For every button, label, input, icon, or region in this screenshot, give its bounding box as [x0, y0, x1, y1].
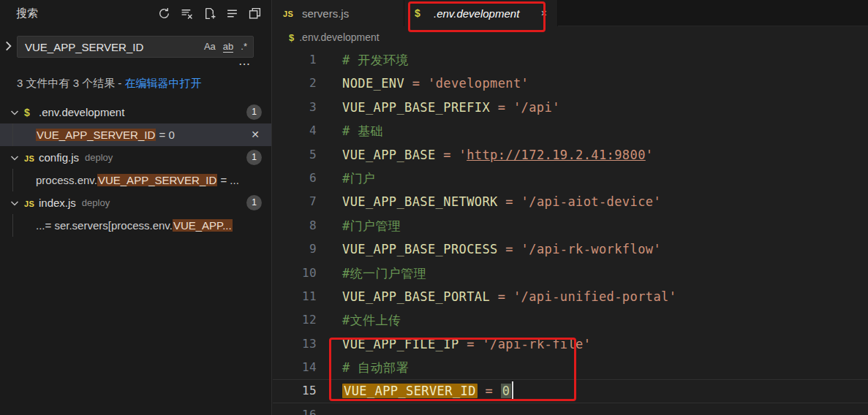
code-line-2[interactable]: 2NODE_ENV = 'development' — [273, 72, 868, 95]
code-line-1[interactable]: 1# 开发环境 — [273, 48, 868, 72]
code-token: VUE_APP_BASE_NETWORK — [342, 194, 498, 209]
search-query-text[interactable]: VUE_APP_SERVER_ID — [25, 41, 204, 53]
file-row-env-development[interactable]: $ .env.development 1 — [0, 101, 271, 123]
result-count-badge: 1 — [246, 195, 262, 210]
chevron-down-icon[interactable] — [9, 197, 20, 209]
code-token: # 基础 — [342, 123, 383, 138]
toggle-replace-chevron-icon[interactable] — [1, 39, 15, 53]
line-number: 9 — [273, 237, 317, 261]
code-line-16[interactable]: 16 — [273, 403, 868, 415]
regex-toggle[interactable]: .* — [241, 42, 247, 52]
code-line-13[interactable]: 13VUE_APP_FILE_IP = '/api-rk-file' — [273, 332, 868, 356]
code-token: '/api-aiot-device' — [521, 194, 661, 209]
js-file-icon: JS — [283, 7, 298, 20]
code-token: 'development' — [428, 76, 529, 91]
file-name: .env.development — [39, 106, 124, 118]
dismiss-result-icon[interactable]: ✕ — [251, 129, 260, 140]
js-file-icon: JS — [24, 197, 39, 209]
url-link[interactable]: http://172.19.2.41:9800 — [467, 148, 646, 162]
file-path: deploy — [85, 152, 113, 163]
code-token: '/api' — [513, 100, 560, 115]
refresh-icon[interactable] — [157, 7, 170, 20]
search-details-row: ⋯ — [0, 58, 271, 71]
code-line-7[interactable]: 7VUE_APP_BASE_NETWORK = '/api-aiot-devic… — [273, 190, 868, 213]
code-token: ' — [646, 148, 654, 162]
line-content: VUE_APP_FILE_IP = '/api-rk-file' — [342, 332, 591, 356]
tab-env-development[interactable]: $ .env.development × — [404, 0, 558, 26]
code-token: = — [459, 337, 483, 351]
line-content: VUE_APP_BASE_PROCESS = '/api-rk-workflow… — [342, 237, 661, 261]
expand-all-icon[interactable] — [225, 7, 238, 20]
code-token: = — [436, 148, 459, 162]
clear-search-results-icon[interactable] — [180, 7, 193, 20]
line-content: VUE_APP_BASE_PORTAL = '/api-unified-port… — [342, 285, 676, 308]
code-token: #门户管理 — [342, 218, 401, 233]
file-row-index-js[interactable]: JS index.js deploy 1 — [0, 191, 271, 214]
search-result-row[interactable]: VUE_APP_SERVER_ID = 0 ✕ — [0, 123, 271, 146]
code-line-10[interactable]: 10#统一门户管理 — [273, 262, 868, 285]
new-search-editor-icon[interactable] — [203, 7, 216, 20]
code-line-5[interactable]: 5VUE_APP_BASE = 'http://172.19.2.41:9800… — [273, 143, 868, 167]
file-name: config.js — [39, 151, 79, 164]
line-content: NODE_ENV = 'development' — [342, 72, 529, 95]
code-token: VUE_APP_BASE — [342, 148, 436, 162]
close-tab-icon[interactable]: × — [531, 7, 547, 19]
breadcrumb-file[interactable]: .env.development — [299, 31, 379, 43]
breadcrumb: $ .env.development — [273, 26, 868, 48]
match-highlight: VUE_APP... — [173, 219, 233, 232]
line-content: #门户管理 — [342, 214, 401, 237]
search-panel-header: 搜索 — [0, 0, 271, 26]
search-input[interactable]: VUE_APP_SERVER_ID Aa ab .* — [17, 36, 254, 58]
js-file-icon: JS — [24, 151, 39, 164]
line-content: # 开发环境 — [342, 48, 409, 72]
result-text: VUE_APP_SERVER_ID = 0 — [36, 129, 175, 141]
tab-label: .env.development — [434, 7, 519, 20]
match-case-toggle[interactable]: Aa — [204, 42, 216, 52]
code-token: = — [478, 384, 501, 398]
line-number: 14 — [273, 356, 317, 379]
line-number: 10 — [273, 262, 317, 285]
tab-servers-js[interactable]: JS servers.js — [273, 0, 404, 26]
whole-word-toggle[interactable]: ab — [223, 42, 233, 53]
open-in-editor-icon[interactable] — [248, 7, 261, 20]
code-line-4[interactable]: 4# 基础 — [273, 119, 868, 142]
code-line-12[interactable]: 12#文件上传 — [273, 308, 868, 332]
toggle-search-details-icon[interactable]: ⋯ — [238, 58, 251, 70]
search-panel-title: 搜索 — [16, 7, 38, 20]
code-line-6[interactable]: 6#门户 — [273, 167, 868, 190]
line-number: 13 — [273, 332, 317, 356]
code-line-9[interactable]: 9VUE_APP_BASE_PROCESS = '/api-rk-workflo… — [273, 237, 868, 261]
search-sidebar: 搜索 — [0, 0, 272, 415]
line-content: VUE_APP_SERVER_ID = 0 — [342, 379, 513, 403]
result-count-badge: 1 — [246, 104, 262, 120]
line-number: 12 — [273, 308, 317, 332]
search-result-row[interactable]: process.env.VUE_APP_SERVER_ID = ... — [0, 169, 271, 191]
chevron-down-icon[interactable] — [9, 107, 20, 118]
search-input-row: VUE_APP_SERVER_ID Aa ab .* — [0, 36, 271, 58]
code-token: = — [498, 242, 521, 256]
code-token: = — [498, 194, 521, 209]
code-line-3[interactable]: 3VUE_APP_BASE_PREFIX = '/api' — [273, 96, 868, 119]
open-in-editor-link[interactable]: 在编辑器中打开 — [125, 77, 202, 89]
vscode-window: 搜索 — [0, 0, 868, 415]
code-area[interactable]: 1# 开发环境2NODE_ENV = 'development'3VUE_APP… — [273, 48, 868, 415]
code-token: #门户 — [342, 171, 375, 186]
code-line-14[interactable]: 14# 自动部署 — [273, 356, 868, 379]
line-content: VUE_APP_BASE = 'http://172.19.2.41:9800' — [342, 143, 653, 167]
code-token: VUE_APP_FILE_IP — [342, 337, 459, 351]
code-token: VUE_APP_BASE_PROCESS — [342, 242, 498, 256]
line-content: VUE_APP_BASE_NETWORK = '/api-aiot-device… — [342, 190, 661, 213]
line-content: VUE_APP_BASE_PREFIX = '/api' — [342, 96, 560, 119]
editor-group: JS servers.js $ .env.development × $ .en… — [273, 0, 868, 415]
code-line-8[interactable]: 8#门户管理 — [273, 214, 868, 237]
result-text: ...= ser.servers[process.env.VUE_APP... — [36, 219, 233, 232]
line-number: 1 — [273, 48, 317, 72]
search-result-row[interactable]: ...= ser.servers[process.env.VUE_APP... — [0, 214, 271, 237]
code-token: = — [404, 76, 428, 91]
env-file-icon: $ — [415, 7, 429, 20]
chevron-down-icon[interactable] — [9, 152, 20, 164]
code-line-15[interactable]: 15VUE_APP_SERVER_ID = 0 — [273, 379, 868, 403]
code-line-11[interactable]: 11VUE_APP_BASE_PORTAL = '/api-unified-po… — [273, 285, 868, 308]
code-token: # 自动部署 — [342, 360, 409, 375]
file-row-config-js[interactable]: JS config.js deploy 1 — [0, 146, 271, 169]
